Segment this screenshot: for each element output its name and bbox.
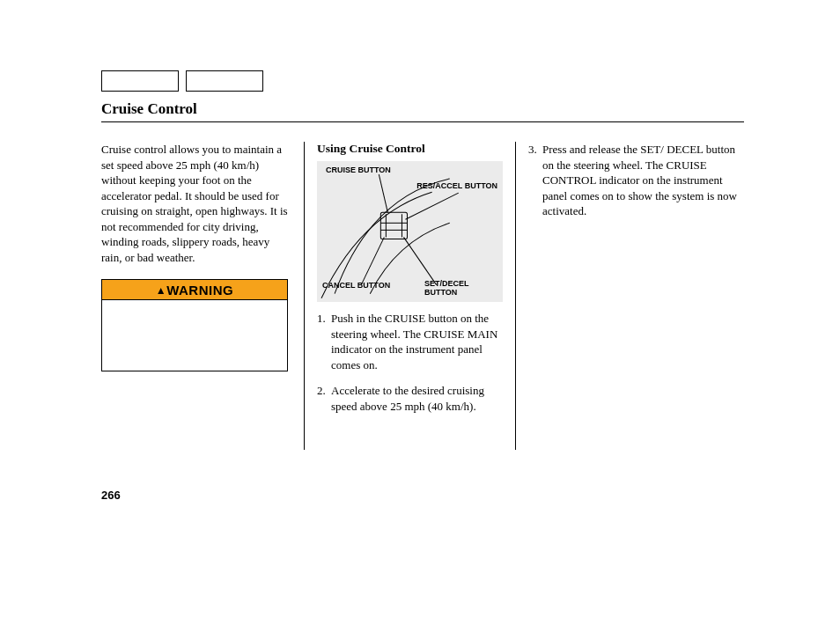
diagram-label-set-decel: SET/DECEL BUTTON	[424, 280, 503, 297]
svg-line-7	[361, 237, 384, 284]
warning-triangle-icon: ▲	[156, 284, 166, 297]
step-1: Push in the CRUISE button on the steerin…	[317, 311, 503, 372]
diagram-label-res-accel: RES/ACCEL BUTTON	[416, 182, 497, 190]
steps-list: Push in the CRUISE button on the steerin…	[317, 311, 503, 414]
svg-line-6	[405, 193, 458, 219]
intro-paragraph: Cruise control allows you to maintain a …	[101, 142, 291, 265]
steering-wheel-diagram: CRUISE BUTTON RES/ACCEL BUTTON CANCEL BU…	[317, 161, 503, 302]
column-2: Using Cruise Control	[304, 142, 515, 450]
warning-header: ▲WARNING	[102, 280, 287, 300]
step-2: Accelerate to the desired cruising speed…	[317, 383, 503, 414]
diagram-label-cruise: CRUISE BUTTON	[326, 166, 391, 174]
placeholder-box	[101, 70, 179, 92]
manual-page: Cruise Control Cruise control allows you…	[101, 70, 744, 450]
section-subhead: Using Cruise Control	[317, 142, 503, 156]
svg-line-8	[403, 237, 436, 284]
warning-label: WARNING	[166, 283, 233, 298]
page-title: Cruise Control	[101, 100, 744, 122]
diagram-label-cancel: CANCEL BUTTON	[322, 282, 390, 290]
page-number: 266	[101, 489, 121, 502]
placeholder-box	[186, 70, 263, 92]
header-placeholder-boxes	[101, 70, 744, 92]
warning-box: ▲WARNING	[101, 279, 288, 371]
column-3: Press and release the SET/ DECEL button …	[515, 142, 744, 450]
column-1: Cruise control allows you to maintain a …	[101, 142, 304, 450]
step-3: Press and release the SET/ DECEL button …	[528, 142, 744, 219]
svg-line-5	[379, 174, 387, 212]
content-columns: Cruise control allows you to maintain a …	[101, 142, 744, 450]
